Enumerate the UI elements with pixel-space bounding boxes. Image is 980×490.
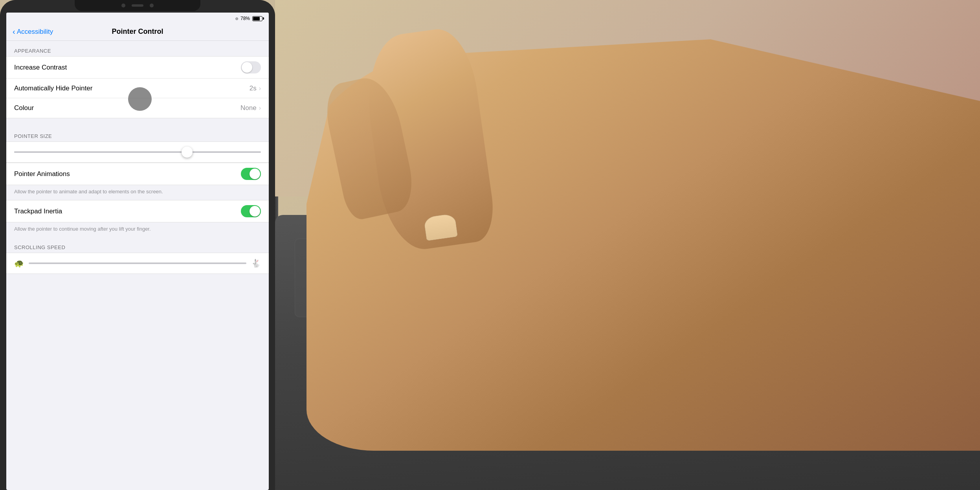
nav-header: ‹ Accessibility Pointer Control	[6, 24, 269, 41]
back-chevron-icon: ‹	[13, 27, 15, 36]
pointer-animations-label: Pointer Animations	[14, 170, 70, 178]
trackpad-inertia-toggle[interactable]	[241, 205, 261, 217]
colour-chevron-icon: ›	[259, 105, 261, 112]
toggle-thumb	[242, 62, 252, 73]
battery-icon	[252, 16, 262, 21]
increase-contrast-toggle[interactable]	[241, 61, 261, 73]
cursor-pointer	[128, 87, 152, 111]
ipad-top-bar	[75, 0, 200, 11]
camera	[121, 4, 125, 7]
ipad-screen: ⌾ 78% ‹ Accessibility Pointer Control AP…	[6, 13, 269, 490]
slider-thumb[interactable]	[182, 147, 193, 158]
settings-content: APPEARANCE Increase Contrast Automatical…	[6, 41, 269, 274]
trackpad-inertia-label: Trackpad Inertia	[14, 207, 62, 215]
pointer-animations-toggle-thumb	[250, 169, 260, 179]
increase-contrast-row[interactable]: Increase Contrast	[6, 57, 269, 79]
trackpad-inertia-description: Allow the pointer to continue moving aft…	[6, 222, 269, 237]
colour-right: None ›	[240, 104, 261, 112]
back-button[interactable]: ‹ Accessibility	[13, 27, 53, 36]
wifi-icon: ⌾	[235, 16, 238, 21]
pointer-animations-description: Allow the pointer to animate and adapt t…	[6, 185, 269, 200]
pointer-animations-row[interactable]: Pointer Animations	[6, 163, 269, 185]
increase-contrast-label: Increase Contrast	[14, 64, 67, 72]
trackpad-inertia-row[interactable]: Trackpad Inertia	[6, 200, 269, 222]
auto-hide-label: Automatically Hide Pointer	[14, 84, 92, 92]
pointer-animations-section: Pointer Animations	[6, 163, 269, 185]
scrolling-speed-section-header: SCROLLING SPEED	[6, 237, 269, 253]
pointer-size-slider-container	[6, 141, 269, 163]
auto-hide-right: 2s ›	[250, 84, 261, 92]
auto-hide-value: 2s	[250, 84, 257, 92]
trackpad-inertia-section: Trackpad Inertia	[6, 200, 269, 222]
back-label: Accessibility	[17, 28, 53, 36]
page-title: Pointer Control	[112, 28, 163, 36]
auto-hide-chevron-icon: ›	[259, 85, 261, 92]
speaker	[132, 4, 143, 7]
scroll-fast-icon: 🐇	[251, 259, 261, 268]
appearance-section-header: APPEARANCE	[6, 41, 269, 56]
battery-fill	[253, 17, 260, 20]
pointer-size-slider-track[interactable]	[14, 151, 261, 153]
ipad-device: ⌾ 78% ‹ Accessibility Pointer Control AP…	[0, 0, 275, 490]
colour-label: Colour	[14, 104, 34, 112]
sensor	[150, 4, 154, 7]
pointer-size-section-header: POINTER SIZE	[6, 126, 269, 141]
slider-fill	[14, 151, 187, 153]
fingernail	[424, 213, 458, 241]
ipad-bezel: ⌾ 78% ‹ Accessibility Pointer Control AP…	[0, 0, 275, 490]
status-bar: ⌾ 78%	[6, 13, 269, 24]
colour-value: None	[240, 104, 257, 112]
scroll-slow-icon: 🐢	[14, 259, 24, 268]
trackpad-inertia-toggle-thumb	[250, 206, 260, 217]
photo-background	[275, 0, 980, 490]
pointer-animations-toggle[interactable]	[241, 168, 261, 180]
battery-percentage: 78%	[240, 16, 250, 21]
scrolling-slider-track[interactable]	[29, 262, 246, 264]
scrolling-speed-row: 🐢 🐇	[6, 253, 269, 274]
